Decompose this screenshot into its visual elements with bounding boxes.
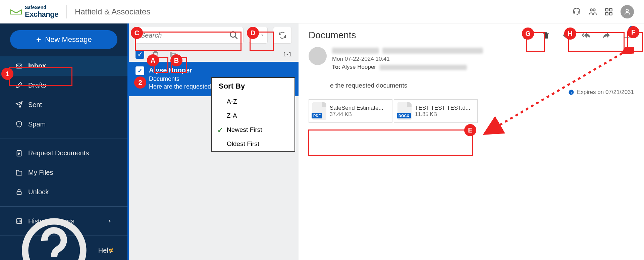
svg-point-12: [230, 32, 236, 37]
attachment-name: TEST TEST TEST.d...: [415, 105, 474, 111]
nav-drafts[interactable]: Drafts: [0, 76, 127, 95]
attachment-size: 37.44 KB: [330, 111, 389, 117]
nav-label: Sent: [28, 101, 42, 109]
content-actions: 2: [519, 28, 634, 43]
document-icon: [15, 150, 23, 157]
logo-bottom: Exchange: [25, 10, 58, 19]
sender-line: [332, 47, 634, 54]
mail-icon: [15, 62, 23, 70]
org-name: Hatfield & Associates: [75, 7, 150, 16]
headset-icon[interactable]: [572, 7, 581, 16]
nav-inbox[interactable]: Inbox: [0, 56, 127, 76]
search-input[interactable]: [141, 32, 229, 39]
reply-all-icon: [581, 31, 591, 40]
attachment-type-badge: DOCX: [397, 113, 411, 118]
main-layout: New Message Inbox Drafts Sent Spam Reque…: [0, 23, 644, 260]
callout-C: C: [131, 27, 143, 39]
sort-option-za[interactable]: Z-A: [212, 109, 294, 123]
list-toolbar: [129, 23, 299, 47]
svg-rect-5: [609, 12, 612, 15]
content-title: Documents: [309, 30, 356, 41]
logo: SafeSend Exchange: [10, 5, 58, 19]
sidebar: New Message Inbox Drafts Sent Spam Reque…: [0, 23, 127, 260]
message-to: To: Alyse Hooper: [332, 64, 634, 70]
page-indicator: 1-1: [283, 51, 292, 58]
forward-button[interactable]: [599, 28, 614, 43]
nav-label: Drafts: [28, 82, 46, 89]
folder-icon: [15, 169, 23, 176]
nav-label: Inbox: [28, 62, 46, 70]
callout-1: 1: [1, 68, 13, 80]
sort-option-az[interactable]: A-Z: [212, 95, 294, 109]
new-message-label: New Message: [45, 35, 92, 44]
attachment-icon: DOCX: [397, 102, 412, 120]
nav-my-files[interactable]: My Files: [0, 163, 127, 183]
sort-title: Sort By: [212, 78, 294, 95]
message-sender: Alyse Hooper: [149, 66, 292, 74]
expires-notice: Expires on 07/21/2031: [568, 89, 634, 96]
nav-help[interactable]: Help: [0, 241, 127, 260]
svg-point-6: [626, 9, 628, 11]
attachment-name: SafeSend Estimate...: [330, 105, 389, 111]
callout-H: H: [564, 28, 576, 40]
nav-divider: [0, 139, 127, 139]
header-divider: [66, 5, 67, 18]
trash-icon: [542, 31, 550, 40]
attachments-row: PDF SafeSend Estimate... 37.44 KB DOCX T…: [299, 96, 644, 123]
nav-label: Spam: [28, 120, 46, 128]
info-icon: [568, 89, 574, 95]
send-icon: [15, 101, 23, 108]
chevron-down-icon: [260, 33, 264, 37]
svg-rect-3: [609, 8, 612, 11]
new-message-button[interactable]: New Message: [10, 30, 117, 49]
to-value: Alyse Hooper: [342, 64, 376, 70]
nav-unlock[interactable]: Unlock: [0, 182, 127, 202]
logo-text-block: SafeSend Exchange: [25, 5, 58, 19]
user-avatar[interactable]: [621, 5, 634, 18]
select-all-checkbox[interactable]: [136, 50, 144, 59]
search-box[interactable]: [136, 27, 244, 44]
logo-icon: [10, 8, 22, 15]
plus-icon: [36, 37, 42, 43]
reply-all-button[interactable]: [579, 28, 594, 43]
refresh-button[interactable]: [273, 27, 292, 44]
user-icon: [624, 8, 631, 15]
callout-A: A: [147, 54, 159, 66]
nav-label: Unlock: [28, 188, 49, 196]
apps-grid-icon[interactable]: [604, 7, 613, 16]
unlock-icon: [15, 188, 23, 196]
attachment-icon: PDF: [312, 102, 326, 120]
nav-spam[interactable]: Spam: [0, 114, 127, 134]
sort-dropdown: Sort By A-Z Z-A Newest First Oldest Firs…: [211, 77, 295, 152]
sort-option-newest[interactable]: Newest First: [212, 123, 294, 137]
delete-button[interactable]: [539, 28, 553, 43]
message-checkbox[interactable]: [136, 66, 144, 75]
content-panel: Documents 2: [299, 23, 644, 260]
callout-2: 2: [134, 76, 146, 89]
to-label: To:: [332, 64, 340, 70]
nav-label: Request Documents: [28, 149, 89, 157]
search-icon[interactable]: [229, 31, 238, 40]
attachment-card[interactable]: DOCX TEST TEST TEST.d... 11.85 KB: [394, 99, 478, 123]
people-icon[interactable]: [588, 7, 597, 16]
svg-point-1: [593, 9, 595, 11]
meta-text: Mon 07-22-2024 10:41 To: Alyse Hooper: [332, 47, 634, 70]
nav-divider: [0, 206, 127, 207]
attachment-type-badge: PDF: [312, 113, 322, 118]
message-meta: Mon 07-22-2024 10:41 To: Alyse Hooper Ex…: [299, 47, 644, 82]
nav-request-documents[interactable]: Request Documents: [0, 144, 127, 163]
header-right: [572, 5, 634, 18]
sort-option-oldest[interactable]: Oldest First: [212, 137, 294, 151]
callout-B: B: [170, 54, 182, 66]
callout-F: F: [627, 26, 639, 38]
help-icon: [15, 212, 93, 260]
collapse-icon[interactable]: [107, 247, 114, 254]
nav-sent[interactable]: Sent: [0, 95, 127, 114]
callout-G: G: [522, 28, 534, 40]
message-date: Mon 07-22-2024 10:41: [332, 56, 634, 62]
attachment-card[interactable]: PDF SafeSend Estimate... 37.44 KB: [309, 99, 392, 123]
shield-alert-icon: [15, 120, 23, 128]
forward-icon: [602, 31, 611, 40]
sender-avatar: [309, 47, 327, 65]
svg-point-0: [590, 9, 592, 11]
